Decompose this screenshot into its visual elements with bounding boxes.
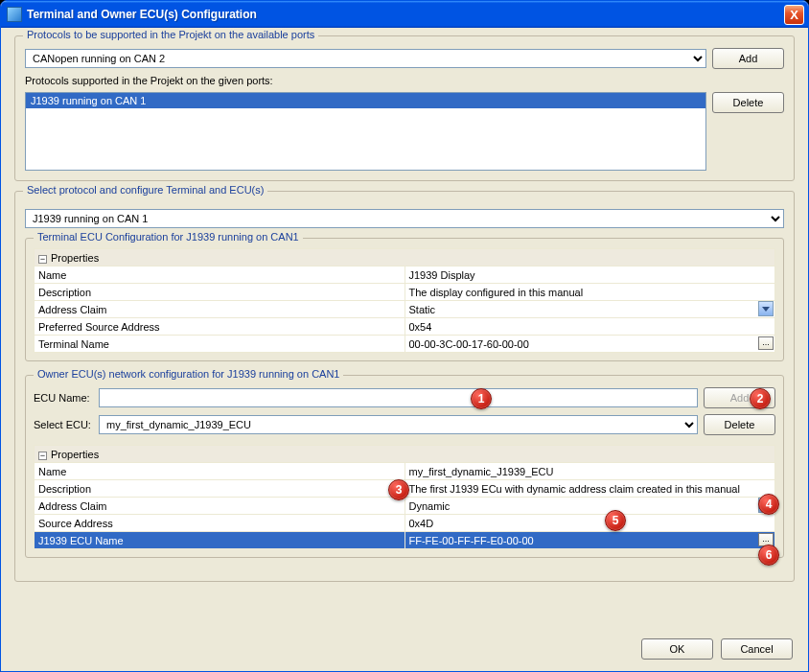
property-row[interactable]: Name J1939 Display bbox=[35, 266, 775, 284]
terminal-config-groupbox: Terminal ECU Configuration for J1939 run… bbox=[25, 238, 784, 361]
terminal-properties-grid: −Properties Name J1939 Display Descripti… bbox=[34, 248, 775, 353]
property-row[interactable]: Address Claim Dynamic bbox=[35, 498, 775, 515]
owner-ecu-legend: Owner ECU(s) network configuration for J… bbox=[34, 368, 343, 380]
property-row[interactable]: J1939 ECU Name FF-FE-00-FF-FF-E0-00-00..… bbox=[35, 532, 775, 549]
annotation-badge-5: 5 bbox=[605, 510, 626, 531]
close-button[interactable]: X bbox=[784, 5, 804, 25]
protocols-legend: Protocols to be supported in the Projekt… bbox=[23, 29, 318, 40]
prop-key: Name bbox=[35, 266, 405, 284]
dialog-content: Protocols to be supported in the Projekt… bbox=[1, 28, 808, 671]
annotation-badge-6: 6 bbox=[758, 545, 779, 566]
prop-key: Terminal Name bbox=[35, 336, 405, 353]
prop-val[interactable]: Static bbox=[404, 301, 775, 318]
annotation-badge-2: 2 bbox=[750, 388, 771, 409]
prop-val[interactable]: The display configured in this manual bbox=[404, 284, 775, 301]
prop-val[interactable]: FF-FE-00-FF-FF-E0-00-00... bbox=[404, 532, 775, 549]
protocols-groupbox: Protocols to be supported in the Projekt… bbox=[14, 35, 795, 181]
ecu-name-input[interactable] bbox=[99, 388, 698, 407]
terminal-config-legend: Terminal ECU Configuration for J1939 run… bbox=[34, 231, 303, 243]
annotation-badge-1: 1 bbox=[471, 388, 492, 409]
prop-key: Preferred Source Address bbox=[35, 318, 405, 336]
dialog-footer: OK Cancel bbox=[641, 638, 793, 660]
collapse-icon[interactable]: − bbox=[38, 452, 47, 460]
app-icon bbox=[7, 7, 22, 22]
prop-val[interactable]: J1939 Display bbox=[404, 266, 775, 284]
prop-val[interactable]: Dynamic bbox=[404, 498, 775, 515]
prop-key: Name bbox=[35, 463, 405, 480]
dropdown-icon[interactable] bbox=[758, 301, 774, 316]
cancel-button[interactable]: Cancel bbox=[721, 638, 793, 660]
owner-ecu-groupbox: Owner ECU(s) network configuration for J… bbox=[25, 375, 784, 558]
prop-val[interactable]: 00-00-3C-00-17-60-00-00... bbox=[404, 336, 775, 353]
annotation-badge-3: 3 bbox=[388, 479, 409, 500]
ok-button[interactable]: OK bbox=[641, 638, 713, 660]
protocol-select[interactable]: J1939 running on CAN 1 bbox=[25, 209, 784, 228]
property-row[interactable]: Name my_first_dynamic_J1939_ECU bbox=[35, 463, 775, 480]
supported-protocols-label: Protocols supported in the Projekt on th… bbox=[25, 75, 273, 86]
properties-header-row[interactable]: −Properties bbox=[35, 249, 775, 266]
ellipsis-button[interactable]: ... bbox=[758, 336, 774, 350]
prop-val[interactable]: The first J1939 ECu with dynamic address… bbox=[404, 480, 775, 498]
property-row[interactable]: Terminal Name 00-00-3C-00-17-60-00-00... bbox=[35, 336, 775, 353]
property-row[interactable]: Description The display configured in th… bbox=[35, 284, 775, 301]
delete-ecu-button[interactable]: Delete bbox=[704, 414, 775, 435]
prop-key: Address Claim bbox=[35, 301, 405, 318]
annotation-badge-4: 4 bbox=[758, 494, 779, 515]
prop-key: Address Claim bbox=[35, 498, 405, 515]
configure-groupbox: Select protocol and configure Terminal a… bbox=[14, 191, 795, 582]
property-row[interactable]: Source Address 0x4D bbox=[35, 515, 775, 532]
available-protocols-select[interactable]: CANopen running on CAN 2 bbox=[25, 49, 706, 68]
window-title: Terminal and Owner ECU(s) Configuration bbox=[27, 8, 784, 21]
prop-key: Description bbox=[35, 284, 405, 301]
dialog-window: Terminal and Owner ECU(s) Configuration … bbox=[0, 0, 809, 672]
prop-key: J1939 ECU Name bbox=[35, 532, 405, 549]
property-row[interactable]: Address Claim Static bbox=[35, 301, 775, 318]
delete-protocol-button[interactable]: Delete bbox=[712, 92, 784, 113]
select-ecu-dropdown[interactable]: my_first_dynamic_J1939_ECU bbox=[99, 415, 698, 434]
list-item[interactable]: J1939 running on CAN 1 bbox=[26, 93, 705, 108]
properties-header-row[interactable]: −Properties bbox=[35, 446, 775, 463]
collapse-icon[interactable]: − bbox=[38, 255, 47, 264]
prop-val[interactable]: my_first_dynamic_J1939_ECU bbox=[404, 463, 775, 480]
property-row[interactable]: Preferred Source Address 0x54 bbox=[35, 318, 775, 336]
select-ecu-label: Select ECU: bbox=[34, 419, 93, 430]
prop-key: Source Address bbox=[35, 515, 405, 532]
ecu-name-label: ECU Name: bbox=[34, 392, 93, 404]
titlebar: Terminal and Owner ECU(s) Configuration … bbox=[1, 1, 808, 28]
prop-val[interactable]: 0x54 bbox=[404, 318, 775, 336]
close-icon: X bbox=[790, 8, 798, 22]
configure-legend: Select protocol and configure Terminal a… bbox=[23, 184, 267, 196]
prop-val[interactable]: 0x4D bbox=[404, 515, 775, 532]
prop-key: Description bbox=[35, 480, 405, 498]
add-protocol-button[interactable]: Add bbox=[712, 48, 784, 69]
supported-protocols-list[interactable]: J1939 running on CAN 1 bbox=[25, 92, 706, 171]
